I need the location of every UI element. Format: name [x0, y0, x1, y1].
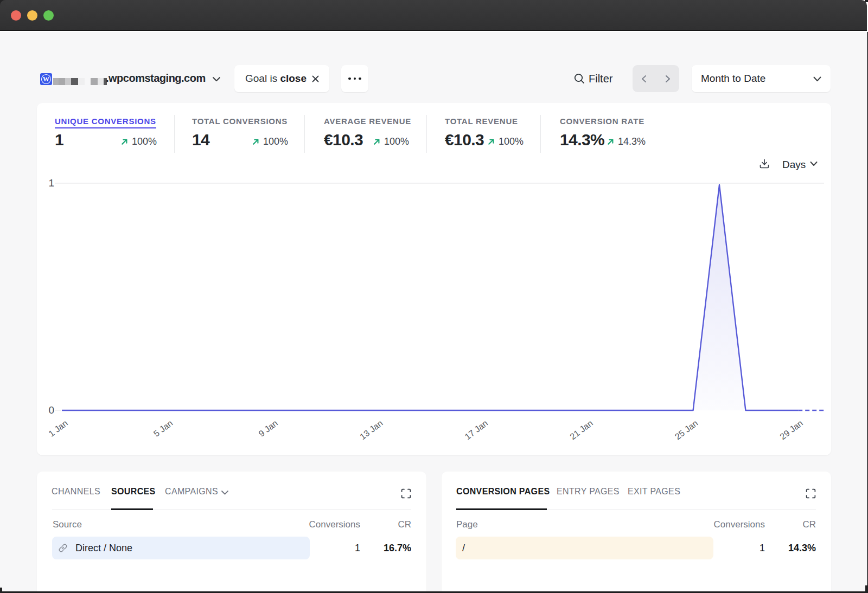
- svg-text:17 Jan: 17 Jan: [463, 418, 490, 441]
- svg-text:25 Jan: 25 Jan: [673, 418, 700, 441]
- svg-text:29 Jan: 29 Jan: [778, 418, 805, 441]
- svg-text:1 Jan: 1 Jan: [47, 418, 69, 439]
- svg-text:21 Jan: 21 Jan: [568, 418, 595, 441]
- svg-text:13 Jan: 13 Jan: [358, 418, 385, 441]
- svg-text:W: W: [43, 75, 50, 83]
- svg-text:9 Jan: 9 Jan: [257, 418, 279, 439]
- svg-text:5 Jan: 5 Jan: [152, 418, 174, 439]
